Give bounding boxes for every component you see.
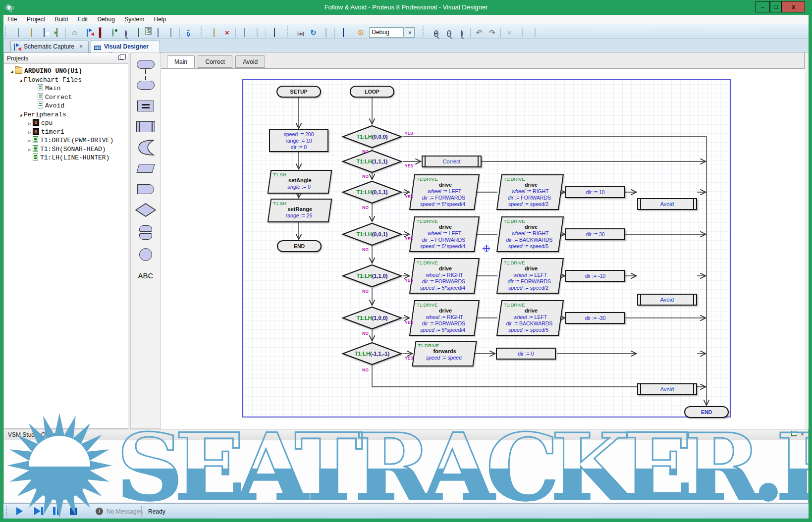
rebuild-project-icon[interactable] [321,28,331,38]
minimize-button[interactable]: – [756,1,770,12]
connector-shape-tool[interactable] [132,245,159,264]
debug-chip-icon[interactable] [338,28,348,38]
subroutine-shape-tool[interactable] [132,117,159,136]
tab-visual-designer[interactable]: 010 Visual Designer× [91,41,160,52]
avoid-subroutine-node[interactable]: Avoid [637,294,697,306]
decision-node-001[interactable]: T1:LH(0,0,1) [341,222,403,246]
undo-icon[interactable]: ↶ [474,28,484,38]
maximize-button[interactable]: □ [770,1,782,12]
pause-button[interactable] [53,507,59,515]
text-tool[interactable]: ABC [132,266,159,285]
new-flowchart-icon[interactable] [209,28,219,38]
correct-subroutine-node[interactable]: Correct [422,156,482,167]
tree-item-timer1[interactable]: timer1 [4,128,128,137]
menu-edit[interactable]: Edit [73,15,92,24]
setangle-io-node[interactable]: T1:SH setAngle angle:= 0 [268,170,332,194]
menu-project[interactable]: Project [23,15,49,24]
begin-shape-tool[interactable] [132,55,159,74]
dir-assign-node[interactable]: dir := 30 [565,228,625,240]
copy-sheet-icon[interactable] [252,28,262,38]
avoid-subroutine-node[interactable]: Avoid [637,383,697,395]
build-project-icon[interactable]: ↻ [308,28,318,38]
play-button[interactable] [16,507,23,515]
tree-item-avoid[interactable]: Avoid [4,102,128,110]
setup-start-node[interactable]: SETUP [276,86,321,98]
decision-node-100[interactable]: T1:LH(1,0,0) [341,306,403,330]
tree-item-peripherals[interactable]: Peripherals [4,110,128,119]
decision-node-110[interactable]: T1:LH(1,1,0) [341,264,403,288]
drive-node[interactable]: T1:DRIVEdrive wheel:= LEFT dir:= FORWARD… [409,174,480,210]
redo-icon[interactable]: ↷ [487,28,497,38]
pcb-layout-icon[interactable] [95,28,105,38]
end-shape-tool[interactable] [132,76,159,95]
notes-icon[interactable] [166,28,176,38]
3d-viewer-icon[interactable] [108,28,118,38]
dir-assign-node[interactable]: dir := 0 [496,348,556,360]
tree-item-t1-lh[interactable]: T1:LH(LINE-HUNTER) [4,154,128,162]
tree-item-cpu[interactable]: cpu [4,119,128,128]
tree-item-main[interactable]: Main [4,84,128,93]
zoom-in-icon[interactable]: + [431,28,441,38]
menu-system[interactable]: System [120,15,148,24]
new-project-icon[interactable] [13,28,23,38]
drive-node[interactable]: T1:DRIVEdrive wheel:= LEFT dir:= BACKWAR… [496,300,564,336]
tree-item-flowchart-files[interactable]: Flowchart Files [4,76,128,85]
debug-mode-dropdown-icon[interactable]: ∨ [405,27,415,38]
step-button[interactable] [34,507,41,515]
close-button[interactable]: x [782,1,805,12]
debug-mode-select[interactable]: Debug [369,27,404,38]
storage-shape-tool[interactable] [132,138,159,157]
drive-node[interactable]: T1:DRIVEdrive wheel:= LEFT dir:= FORWARD… [496,258,564,294]
sheet-tab-main[interactable]: Main [167,55,195,68]
delete-flowchart-icon[interactable]: × [222,28,232,38]
design-explorer-icon[interactable] [134,28,144,38]
zoom-area-icon[interactable] [457,28,467,38]
tree-item-correct[interactable]: Correct [4,93,128,102]
decision-node-111[interactable]: T1:LH(1,1,1) [341,150,403,173]
open-project-icon[interactable] [26,28,36,38]
stop-button[interactable] [70,508,77,515]
loop-end-node[interactable]: END [684,406,729,418]
drive-node[interactable]: T1:DRIVEdrive wheel:= RIGHT dir:= FORWAR… [409,258,480,294]
dir-assign-node[interactable]: dir := -30 [565,312,625,324]
loop-start-node[interactable]: LOOP [350,86,394,98]
menu-debug[interactable]: Debug [93,15,118,24]
copy-icon[interactable] [517,28,527,38]
zoom-out-icon[interactable]: − [444,28,454,38]
settings-gear-icon[interactable]: ⚙ [356,28,366,38]
menu-file[interactable]: File [3,15,21,24]
assignment-shape-tool[interactable] [132,97,159,115]
decision-node-011[interactable]: T1:LH(0,1,1) [341,180,403,204]
setup-end-node[interactable]: END [277,240,322,252]
interconnector-shape-tool[interactable] [132,221,159,243]
dir-assign-node[interactable]: dir := 10 [565,186,625,198]
float-panel-icon[interactable] [790,432,795,436]
drive-node[interactable]: T1:DRIVEdrive wheel:= RIGHT dir:= FORWAR… [496,174,564,210]
home-icon[interactable]: ⌂ [69,28,79,38]
bom-icon[interactable]: $ [145,27,152,35]
float-panel-icon[interactable] [118,55,124,60]
assembly-listing-icon[interactable]: 010 [295,28,305,38]
gerber-viewer-icon[interactable] [121,28,131,38]
setrange-io-node[interactable]: T1:SH setRange range:= 25 [268,199,332,222]
tree-item-t1-drive[interactable]: T1:DRIVE(PWM-DRIVE) [4,136,128,145]
delay-shape-tool[interactable] [132,180,159,199]
simulation-icon[interactable] [153,28,163,38]
drive-node[interactable]: T1:DRIVEdrive wheel:= LEFT dir:= FORWARD… [409,216,480,252]
paste-icon[interactable] [530,28,540,38]
tab-close-icon[interactable]: × [79,43,83,50]
close-panel-icon[interactable]: × [801,431,804,438]
tree-item-t1-sh[interactable]: T1:SH(SONAR-HEAD) [4,145,128,154]
avoid-subroutine-node[interactable]: Avoid [637,198,697,210]
help-icon[interactable]: ? [183,28,193,38]
sheet-tab-avoid[interactable]: Avoid [235,55,265,68]
flowchart-canvas[interactable]: SETUP speed := 200 range := 10 dir := 0 … [161,68,805,429]
decision-node-m11m1[interactable]: T1:LH(-1,1,-1) [341,342,403,365]
tab-schematic-capture[interactable]: Schematic Capture× [10,41,89,52]
close-project-icon[interactable] [52,28,62,38]
decision-shape-tool[interactable] [132,201,159,219]
add-sheet-icon[interactable] [239,28,249,38]
cut-icon[interactable]: × [504,28,514,38]
menu-build[interactable]: Build [51,15,72,24]
schematic-capture-icon[interactable] [82,28,92,38]
